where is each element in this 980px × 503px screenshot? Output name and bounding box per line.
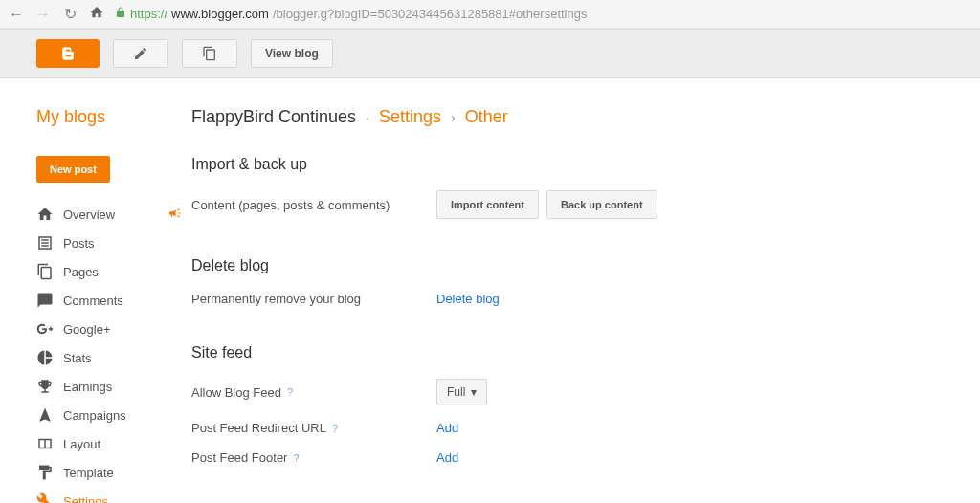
breadcrumb: FlappyBird Continues · Settings › Other [191,107,508,127]
browser-bar: ← → ↻ https://www.blogger.com/blogger.g?… [0,0,980,29]
layout-icon [36,435,54,452]
sidebar-item-comments[interactable]: Comments [36,286,191,315]
blogger-logo[interactable] [36,39,100,68]
section-title: Import & back up [191,156,942,173]
feed-footer-add-link[interactable]: Add [436,450,458,465]
sidebar-item-campaigns[interactable]: Campaigns [36,401,191,429]
google-plus-icon [36,320,54,338]
sidebar-item-overview[interactable]: Overview [36,200,191,229]
comments-icon [36,292,54,309]
sidebar-item-stats[interactable]: Stats [36,343,191,372]
breadcrumb-section[interactable]: Settings [379,107,441,127]
delete-label: Permanently remove your blog [191,292,436,306]
new-post-button[interactable]: New post [36,156,110,183]
allow-feed-dropdown[interactable]: Full ▾ [436,379,487,405]
stats-icon [36,349,54,366]
view-blog-button[interactable]: View blog [251,39,333,68]
campaigns-icon [36,406,54,424]
sidebar-item-earnings[interactable]: Earnings [36,372,191,401]
redirect-url-add-link[interactable]: Add [436,421,458,435]
my-blogs-link[interactable]: My blogs [36,107,191,127]
sidebar-item-label: Earnings [63,380,112,394]
sidebar-item-posts[interactable]: Posts [36,229,191,257]
url-path: /blogger.g?blogID=5030243445631285881#ot… [273,7,588,21]
sidebar-item-label: Campaigns [63,408,126,423]
sidebar-item-template[interactable]: Template [36,458,191,487]
sidebar-item-label: Google+ [63,322,111,337]
earnings-icon [36,378,54,395]
help-icon[interactable]: ? [332,423,338,434]
lock-icon [115,7,126,21]
back-button[interactable]: ← [8,6,25,23]
section-title: Delete blog [191,257,942,274]
sidebar-item-settings[interactable]: Settings [36,487,191,503]
breadcrumb-blog-name: FlappyBird Continues [191,107,356,127]
sidebar-item-label: Comments [63,294,123,308]
content-label: Content (pages, posts & comments) [191,198,436,212]
content: Import & back up Content (pages, posts &… [191,127,980,503]
backup-content-button[interactable]: Back up content [546,190,657,219]
sidebar-item-google-plus[interactable]: Google+ [36,315,191,343]
sidebar-item-label: Posts [63,236,95,251]
url-bar[interactable]: https://www.blogger.com/blogger.g?blogID… [115,7,972,21]
feed-footer-label: Post Feed Footer [191,450,287,465]
posts-icon [36,234,54,252]
redirect-url-label: Post Feed Redirect URL [191,421,326,435]
sidebar-item-layout[interactable]: Layout [36,429,191,458]
template-icon [36,464,54,481]
forward-button[interactable]: → [34,6,52,23]
pages-icon [36,263,54,280]
posts-list-button[interactable] [182,39,237,68]
sidebar-item-label: Pages [63,265,99,279]
delete-blog-link[interactable]: Delete blog [436,292,500,306]
sidebar-item-label: Overview [63,208,115,222]
help-icon[interactable]: ? [287,386,293,398]
breadcrumb-subsection[interactable]: Other [465,107,508,127]
section-import-backup: Import & back up Content (pages, posts &… [191,156,942,219]
sidebar-item-label: Layout [63,437,100,451]
home-icon [36,206,54,223]
reload-button[interactable]: ↻ [61,5,78,23]
home-button[interactable] [88,5,105,24]
url-protocol: https:// [130,7,167,21]
section-site-feed: Site feed Allow Blog Feed ? Full ▾ Post … [191,344,942,465]
sidebar-item-label: Settings [63,494,108,504]
url-domain: www.blogger.com [171,7,269,21]
top-toolbar: View blog [0,29,980,78]
chevron-down-icon: ▾ [471,385,477,399]
allow-feed-label: Allow Blog Feed [191,385,281,400]
settings-icon [36,492,54,503]
sidebar: New post Overview Posts Pages Comments [0,127,191,503]
sidebar-item-label: Stats [63,351,92,365]
import-content-button[interactable]: Import content [436,190,539,219]
sidebar-item-pages[interactable]: Pages [36,257,191,286]
help-icon[interactable]: ? [293,452,299,464]
create-post-button[interactable] [113,39,168,68]
section-title: Site feed [191,344,942,361]
section-delete-blog: Delete blog Permanently remove your blog… [191,257,942,306]
announce-icon [168,207,182,223]
sidebar-item-label: Template [63,466,114,480]
